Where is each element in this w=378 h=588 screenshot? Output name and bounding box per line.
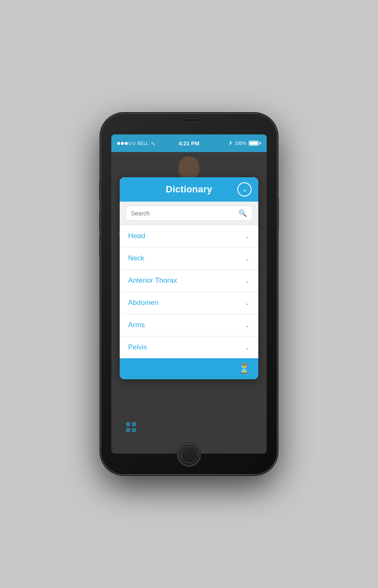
status-bar: BELL ∿ 4:21 PM ✗ 100% — [111, 134, 267, 152]
item-label-arms: Arms — [128, 321, 145, 329]
wifi-icon: ∿ — [151, 140, 155, 147]
list-item[interactable]: Abdomen ⌄ — [120, 292, 258, 314]
chevron-icon-neck: ⌄ — [245, 255, 250, 262]
dictionary-header: Dictionary ⌄ — [120, 177, 258, 202]
dictionary-search-area: 🔍 — [120, 202, 258, 225]
svg-rect-1 — [126, 422, 130, 426]
item-label-anterior-thorax: Anterior Thorax — [128, 276, 177, 285]
app-background: » Dictionary ⌄ — [111, 152, 267, 454]
svg-rect-3 — [126, 428, 130, 432]
figure-head — [178, 156, 200, 179]
phone-screen: BELL ∿ 4:21 PM ✗ 100% — [111, 134, 267, 454]
signal-dot-2 — [121, 142, 124, 145]
dictionary-footer: ⏳ — [120, 358, 258, 379]
signal-dot-3 — [125, 142, 128, 145]
svg-rect-4 — [132, 428, 136, 432]
status-right: ✗ 100% — [228, 140, 261, 146]
dictionary-panel: Dictionary ⌄ 🔍 Head ⌄ — [120, 177, 258, 379]
history-icon[interactable]: ⏳ — [239, 363, 250, 374]
signal-dot-1 — [117, 142, 120, 145]
battery-tip — [260, 142, 261, 144]
list-item[interactable]: Arms ⌄ — [120, 314, 258, 336]
signal-indicator — [117, 142, 135, 145]
svg-rect-2 — [132, 422, 136, 426]
item-label-head: Head — [128, 232, 145, 240]
list-item[interactable]: Anterior Thorax ⌄ — [120, 270, 258, 292]
item-label-abdomen: Abdomen — [128, 299, 159, 307]
battery-percent-label: 100% — [235, 141, 247, 146]
search-input[interactable] — [131, 210, 239, 217]
list-item[interactable]: Head ⌄ — [120, 225, 258, 247]
battery-indicator — [249, 141, 261, 146]
chevron-icon-head: ⌄ — [245, 233, 250, 239]
home-button[interactable] — [178, 443, 201, 466]
bluetooth-icon: ✗ — [228, 140, 233, 146]
phone-top-bar — [173, 118, 205, 122]
front-camera — [173, 118, 176, 122]
item-label-neck: Neck — [128, 254, 144, 262]
home-button-ring — [181, 446, 197, 463]
grid-icon[interactable] — [124, 420, 141, 437]
battery-fill — [249, 142, 258, 145]
signal-dot-5 — [132, 142, 135, 145]
item-label-pelvis: Pelvis — [128, 343, 147, 352]
chevron-icon-abdomen: ⌄ — [245, 299, 250, 306]
phone-device: BELL ∿ 4:21 PM ✗ 100% — [101, 113, 277, 475]
list-item[interactable]: Pelvis ⌄ — [120, 336, 258, 358]
chevron-icon-anterior-thorax: ⌄ — [245, 277, 250, 284]
list-item[interactable]: Neck ⌄ — [120, 247, 258, 270]
status-left: BELL ∿ — [117, 140, 155, 147]
dictionary-list: Head ⌄ Neck ⌄ Anterior Thorax ⌄ Abdomen … — [120, 225, 258, 358]
search-input-wrap[interactable]: 🔍 — [126, 206, 252, 220]
battery-body — [249, 141, 259, 146]
search-icon: 🔍 — [239, 209, 247, 217]
dictionary-title: Dictionary — [166, 184, 213, 195]
dictionary-close-button[interactable]: ⌄ — [237, 182, 252, 197]
chevron-icon-pelvis: ⌄ — [245, 344, 250, 351]
chevron-icon-arms: ⌄ — [245, 322, 250, 328]
signal-dot-4 — [129, 142, 131, 145]
chevron-down-icon: ⌄ — [242, 186, 247, 193]
carrier-label: BELL — [137, 141, 149, 146]
clock: 4:21 PM — [178, 140, 199, 147]
speaker-bar — [180, 119, 205, 121]
